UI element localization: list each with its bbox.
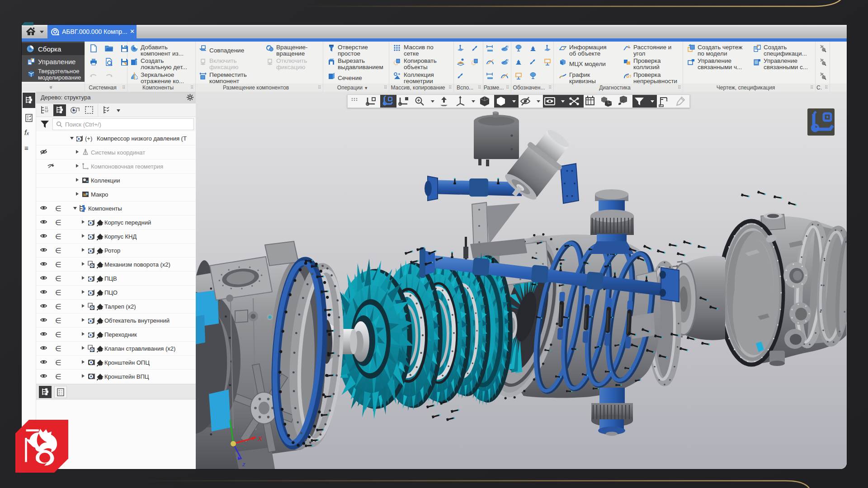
- svg-text:?: ?: [563, 46, 566, 51]
- svg-text:R: R: [506, 45, 509, 49]
- svg-text:?: ?: [627, 45, 630, 49]
- svg-text:R: R: [506, 58, 509, 62]
- svg-text:G?: G?: [626, 74, 631, 79]
- svg-text:11: 11: [45, 106, 48, 109]
- svg-text:X: X: [257, 435, 263, 442]
- svg-text:z: z: [242, 461, 245, 468]
- svg-text:12: 12: [45, 109, 48, 113]
